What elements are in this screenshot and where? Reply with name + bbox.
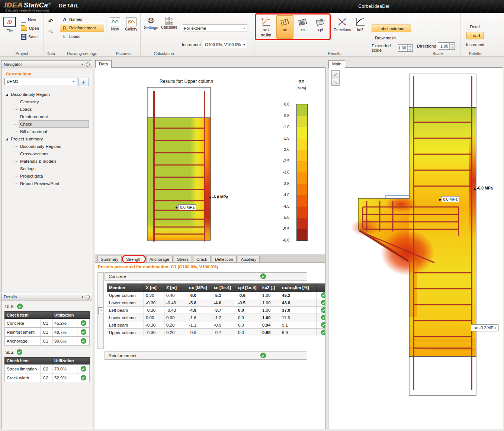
cell: Upper column	[107, 292, 144, 299]
pin-icon[interactable]	[85, 294, 90, 299]
nav-section-discontinuity-region[interactable]: Discontinuity Region	[1, 91, 92, 98]
details-row[interactable]: ReinforcementC148.7%✔	[5, 328, 90, 337]
sigma-c-button[interactable]: σc	[276, 15, 293, 39]
pin-icon[interactable]	[85, 62, 90, 67]
table-row[interactable]: Upper column-0.300.20-0.9-0.70.00.996.9✔	[107, 329, 326, 336]
stepper-down-icon[interactable]: ▼	[408, 48, 412, 52]
palette-detail-button[interactable]: Detail	[468, 23, 482, 30]
picture-new-button[interactable]: New	[108, 16, 122, 33]
for-extreme-dropdown[interactable]: For extreme ▼	[182, 25, 247, 32]
loads-toggle[interactable]: LLoads	[60, 32, 104, 40]
directions-button[interactable]: Directions	[332, 15, 353, 34]
column-header-c-c-lim[interactable]: σc/σc,lim [%]	[280, 284, 317, 292]
result-tab-anchorage[interactable]: Anchorage	[146, 256, 173, 262]
draw-mesh-toggle[interactable]: Draw mesh	[372, 35, 413, 41]
increment-dropdown[interactable]: G100.0%, V100.0% ▼	[203, 41, 247, 48]
palette-increment-button[interactable]: Increment	[464, 41, 487, 48]
column-header-z-m[interactable]: Z [m]	[164, 284, 187, 292]
concrete-section-row[interactable]: Concrete ✔	[105, 272, 307, 281]
nav-item-bill-of-material[interactable]: Bill of material	[19, 128, 89, 135]
add-region-button[interactable]: +	[78, 78, 89, 86]
column-header-x-m[interactable]: X [m]	[144, 284, 164, 292]
gallery-button[interactable]: Gallery	[123, 16, 139, 33]
redo-button[interactable]: ↷	[46, 29, 55, 37]
details-header[interactable]: Details ▾	[1, 293, 92, 301]
details-row[interactable]: AnchorageC199.6%✔	[5, 337, 90, 346]
palette-load-button[interactable]: Load	[466, 32, 484, 39]
nav-item-loads[interactable]: Loads	[19, 106, 89, 113]
table-row[interactable]: Upper column0.300.40-6.0-5.1-0.61.0045.2…	[107, 292, 326, 299]
details-title: Details	[4, 295, 17, 299]
nav-item-report-preview-print[interactable]: Report Preview/Print	[19, 180, 89, 187]
nav-section-project-summary[interactable]: Project summary	[1, 135, 92, 143]
table-row[interactable]: Lower column-0.30-0.43-5.8-4.6-0.51.0043…	[107, 299, 326, 307]
nav-item-discontinuity-regions[interactable]: Discontinuity Regions	[19, 143, 89, 150]
nav-item-project-data[interactable]: Project data	[19, 172, 89, 180]
file-button[interactable]: ID File	[2, 14, 17, 35]
kc2-button[interactable]: kc2	[353, 15, 368, 34]
details-row[interactable]: ConcreteC145.2%✔	[5, 319, 90, 328]
result-tab-crack[interactable]: Crack	[193, 256, 211, 262]
strength-table: MemberX [m]Z [m]σc [MPa]εc [1e-4]εpl [1e…	[107, 283, 325, 336]
zoom-fit-button[interactable]: ⤢	[331, 70, 340, 78]
main-panel-body: ⤢ ⤡	[328, 67, 503, 429]
current-item-dropdown[interactable]: DRM1 ▼	[4, 78, 77, 85]
stepper-arrows[interactable]: ▲▼	[449, 43, 455, 49]
table-row[interactable]: Left beam-0.300.20-1.1-0.90.00.949.1✔	[107, 321, 326, 329]
names-toggle[interactable]: ANames	[60, 15, 104, 23]
column-header-pl-1e-4[interactable]: εpl [1e-4]	[236, 284, 260, 292]
save-button-label: Save	[28, 35, 38, 39]
table-row[interactable]: Lower column0.000.00-1.6-1.20.01.0011.6✔	[107, 314, 326, 321]
column-header-c-mpa[interactable]: σc [MPa]	[187, 284, 212, 292]
result-tab-auxiliary[interactable]: Auxiliary	[238, 256, 260, 262]
open-button[interactable]: Open	[19, 24, 41, 32]
stepper-arrows[interactable]: ▲▼	[407, 45, 412, 51]
reinforcement-toggle[interactable]: RReinforcement	[60, 24, 104, 32]
epsilon-pl-button[interactable]: ! εpl	[312, 15, 329, 39]
stepper-up-icon[interactable]: ▲	[450, 43, 455, 46]
new-button[interactable]: New	[19, 16, 41, 24]
details-row[interactable]: Stress limitationC270.0%✔	[5, 364, 90, 373]
details-row[interactable]: Crack widthC252.9%✔	[5, 373, 90, 382]
column-header-kc2[interactable]: kc2 [-]	[260, 284, 280, 292]
nav-item-check[interactable]: Check	[19, 120, 89, 128]
epsilon-c-button[interactable]: εc	[294, 15, 311, 39]
nav-item-geometry[interactable]: Geometry	[19, 98, 89, 106]
gallery-label: Gallery	[125, 27, 137, 32]
table-row[interactable]: Left beam-0.30-0.43-4.9-3.70.01.0037.0✔	[107, 307, 326, 314]
panel-menu-icon[interactable]: ▾	[81, 295, 83, 299]
table-expander[interactable]: >	[97, 272, 104, 349]
sigma-ratio-button[interactable]: σ σc / σc,lim	[256, 15, 276, 39]
save-button[interactable]: Save	[19, 33, 41, 41]
result-tab-stress[interactable]: Stress	[174, 256, 192, 262]
reinforcement-section-row[interactable]: Reinforcement ✔	[105, 351, 307, 360]
scale-directions-stepper[interactable]: 1.00 ▲▼	[438, 42, 455, 50]
legend-segment	[297, 207, 307, 218]
nav-item-cross-sections[interactable]: Cross-sections	[19, 150, 89, 158]
stepper-down-icon[interactable]: ▼	[450, 46, 455, 50]
calculate-button[interactable]: +−×= Calculate	[160, 15, 179, 31]
combination-note: Results presented for combination: C1 (G…	[98, 265, 218, 269]
exceeded-scale-stepper[interactable]: 1.00 ▲▼	[398, 44, 413, 52]
panel-menu-icon[interactable]: ▾	[81, 62, 83, 66]
stepper-up-icon[interactable]: ▲	[408, 45, 412, 48]
tab-main[interactable]: Main	[328, 60, 345, 68]
result-tab-deflection[interactable]: Deflection	[212, 256, 237, 262]
column-header-c-1e-4[interactable]: εc [1e-4]	[212, 284, 236, 292]
cell: -0.5	[236, 299, 260, 307]
navigator-header[interactable]: Navigator ▾	[1, 61, 92, 68]
cell: 11.6	[280, 314, 317, 321]
nav-item-reinforcement[interactable]: Reinforcement	[19, 113, 89, 120]
settings-button[interactable]: ⚙ Settings	[142, 15, 160, 32]
details-cell: Crack width	[5, 373, 41, 382]
undo-button[interactable]: ↶	[46, 17, 55, 26]
nav-item-settings[interactable]: Settings	[19, 165, 89, 172]
nav-item-materials-models[interactable]: Materials & models	[19, 158, 89, 165]
loads-label: Loads	[69, 34, 80, 39]
tab-data[interactable]: Data	[95, 60, 112, 68]
zoom-window-button[interactable]: ⤡	[331, 78, 340, 86]
label-extreme-toggle[interactable]: Label extreme	[372, 25, 411, 32]
result-tab-summary[interactable]: Summary	[97, 256, 122, 262]
result-tab-strength[interactable]: Strength	[123, 256, 145, 262]
column-header-member[interactable]: Member	[107, 284, 144, 292]
